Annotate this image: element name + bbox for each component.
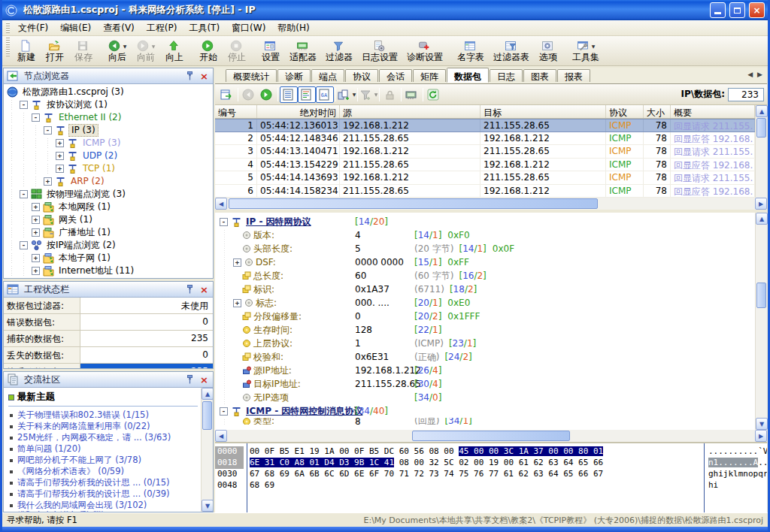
decode-protocol-row[interactable]: - IP - 因特网协议 [14/20] — [215, 215, 755, 228]
decode-field-row[interactable]: 版本: 4 [14/1]0xF0 — [215, 228, 755, 242]
packet-cell[interactable]: ICMP — [606, 145, 644, 158]
packet-row[interactable]: 305:44:13.140471192.168.1.212211.155.28.… — [215, 145, 755, 159]
collapse-icon[interactable]: - — [20, 190, 28, 198]
tree-node[interactable]: +Internet地址 (11) — [6, 264, 213, 277]
tree-node[interactable]: -按协议浏览 (1) — [6, 98, 213, 111]
toolbar-button-日志设置[interactable]: 日志设置 — [357, 39, 402, 63]
hex-ascii[interactable]: hi — [708, 480, 718, 490]
scroll-up-icon[interactable]: ▲ — [756, 213, 768, 225]
scroll-right-icon[interactable]: ▶ — [755, 198, 767, 210]
detail-view-icon-button[interactable] — [298, 86, 316, 103]
expand-icon[interactable]: + — [32, 267, 40, 275]
packet-cell[interactable]: 回显请求 211.155. — [671, 145, 755, 158]
tree-node-label[interactable]: UDP (2) — [80, 150, 120, 162]
forum-topic-link[interactable]: 关于科来的网络流量利用率 (0/22) — [8, 421, 199, 432]
packet-back-icon-button[interactable] — [240, 86, 258, 103]
dropdown-arrow-icon[interactable]: ▼ — [353, 92, 356, 97]
tree-node-label[interactable]: 本地子网 (1) — [56, 252, 113, 264]
tab-矩阵[interactable]: 矩阵 — [413, 69, 446, 82]
scroll-left-icon[interactable]: ◀ — [215, 430, 227, 442]
tree-node-label[interactable]: ARP (2) — [68, 176, 107, 187]
tree-node[interactable]: +TCP (1) — [6, 162, 213, 175]
column-header-编号[interactable]: 编号 — [215, 105, 257, 118]
tree-node[interactable]: -按IP端点浏览 (2) — [6, 239, 213, 252]
close-panel-icon[interactable]: × — [199, 71, 210, 82]
packet-cell[interactable]: 192.168.1.212 — [340, 119, 480, 131]
packet-cell[interactable]: ICMP — [606, 119, 644, 131]
packet-cell[interactable]: 192.168.1.212 — [480, 159, 606, 171]
tree-node-label[interactable]: 广播地址 (1) — [56, 227, 113, 238]
tree-node[interactable]: -按物理端点浏览 (3) — [6, 188, 213, 201]
packet-cell[interactable]: 05:44:12.136013 — [257, 119, 340, 131]
tree-node[interactable]: +广播地址 (1) — [6, 226, 213, 239]
menu-6[interactable]: 帮助(H) — [271, 21, 315, 35]
decode-field-row[interactable]: 生存时间: 128 [22/1] — [215, 323, 755, 337]
decode-field-row[interactable]: 上层协议: 1 (ICMP)[23/1] — [215, 337, 755, 350]
scroll-up-icon[interactable]: ▲ — [756, 105, 768, 117]
hex-offset[interactable]: 0030 — [215, 469, 244, 480]
hex-ascii[interactable]: ..........`V..E..<.7.... — [708, 446, 767, 456]
packet-row[interactable]: 405:44:13.154229211.155.28.65192.168.1.2… — [215, 159, 755, 172]
tree-node[interactable]: -IP (3) — [6, 124, 213, 137]
tab-会话[interactable]: 会话 — [379, 69, 412, 82]
minimize-button[interactable] — [710, 2, 726, 18]
expand-icon[interactable]: + — [32, 216, 40, 224]
packet-cell[interactable]: 78 — [644, 159, 671, 171]
dropdown-arrow-icon[interactable]: ▼ — [152, 44, 156, 49]
pin-icon[interactable] — [184, 374, 196, 385]
tree-node[interactable]: +本地子网 (1) — [6, 252, 213, 264]
menu-2[interactable]: 查看(V) — [97, 21, 141, 35]
packet-row[interactable]: 205:44:12.148346211.155.28.65192.168.1.2… — [215, 132, 755, 146]
packet-cell[interactable]: ICMP — [606, 171, 644, 184]
toolbar-button-开始[interactable]: 开始 — [194, 39, 223, 63]
packet-cell[interactable]: 2 — [215, 132, 257, 145]
export-icon-button[interactable] — [218, 86, 236, 103]
refresh-icon-button[interactable] — [425, 86, 443, 103]
packet-cell[interactable]: ICMP — [606, 185, 644, 198]
pin-icon[interactable] — [184, 71, 196, 82]
menu-3[interactable]: 工程(P) — [141, 21, 183, 35]
packet-cell[interactable]: 回显请求 211.155. — [671, 119, 755, 131]
close-panel-icon[interactable]: × — [199, 284, 210, 295]
dropdown-arrow-icon[interactable]: ▼ — [374, 92, 378, 97]
tree-node-label[interactable]: Internet地址 (11) — [56, 265, 136, 277]
decode-field-row[interactable]: 校验和: 0x6E31 (正确)[24/2] — [215, 350, 755, 364]
tree-node[interactable]: +本地网段 (1) — [6, 201, 213, 213]
tree-node-label[interactable]: ICMP (3) — [80, 138, 123, 149]
toolbar-button-向后[interactable]: ▼ 向后 — [103, 39, 132, 63]
toolbar-button-过滤器[interactable]: 过滤器 — [321, 39, 357, 63]
packet-list-hscrollbar[interactable]: ◀ ▶ — [215, 198, 767, 210]
expand-icon[interactable]: + — [44, 177, 52, 186]
make-filter-icon-button[interactable]: ▼ — [359, 86, 377, 103]
packet-cell[interactable]: 211.155.28.65 — [480, 171, 606, 184]
tree-node-label[interactable]: 按IP端点浏览 (2) — [44, 240, 118, 251]
hex-offset[interactable]: 0018 — [215, 458, 244, 469]
tab-概要统计[interactable]: 概要统计 — [226, 69, 277, 82]
tab-scroll-right-icon[interactable]: ▶ — [756, 71, 764, 78]
packet-cell[interactable]: ICMP — [606, 159, 644, 171]
packet-cell[interactable]: 211.155.28.65 — [340, 185, 480, 198]
decode-hscrollbar[interactable]: ◀ ▶ — [215, 430, 767, 442]
restore-button[interactable] — [729, 2, 745, 18]
hex-offset[interactable]: 0000 — [215, 446, 244, 458]
tree-node[interactable]: +ICMP (3) — [6, 137, 213, 150]
packet-cell[interactable]: ICMP — [606, 132, 644, 145]
toolbar-button-名字表[interactable]: 名字表 — [453, 39, 489, 63]
decode-protocol-row[interactable]: - ICMP - 因特网控制消息协议 [34/40] — [215, 404, 755, 418]
forum-topic-link[interactable]: 关于物理错误和802.3错误 (1/15) — [8, 410, 199, 421]
tree-node[interactable]: -Ethernet II (2) — [6, 111, 213, 124]
column-header-概要[interactable]: 概要 — [671, 105, 755, 118]
expand-icon[interactable]: + — [233, 258, 241, 267]
toolbar-button-诊断设置[interactable]: 诊断设置 — [402, 39, 447, 63]
packet-row[interactable]: 605:44:14.158234211.155.28.65192.168.1.2… — [215, 185, 755, 198]
decode-field-row[interactable]: 分段偏移量: 0 [20/2]0x1FFF — [215, 310, 755, 323]
decode-tree[interactable]: - IP - 因特网协议 [14/20] 版本: 4 [14/1]0xF0 头部… — [215, 213, 755, 430]
decode-field-row[interactable]: + 标志: 000. .... [20/1]0xE0 — [215, 296, 755, 310]
hex-bytes[interactable]: 00 0F B5 E1 19 1A 00 0F B5 DC 60 56 08 0… — [250, 446, 603, 456]
expand-icon[interactable]: + — [32, 203, 40, 211]
pin-icon[interactable] — [184, 284, 196, 295]
expand-icon[interactable]: + — [56, 152, 64, 160]
list-view-icon-button[interactable] — [280, 86, 298, 103]
expand-icon[interactable]: + — [56, 139, 64, 147]
field-label[interactable]: 头部长度: — [253, 243, 293, 255]
